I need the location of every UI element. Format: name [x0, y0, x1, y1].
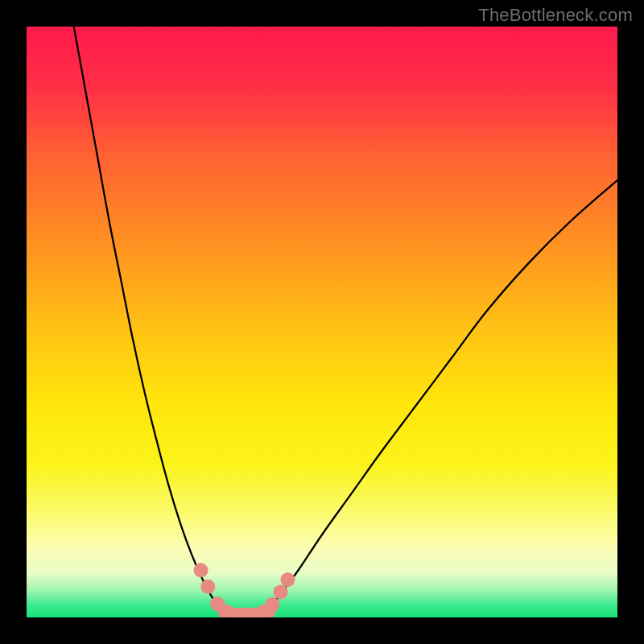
watermark-text: TheBottleneck.com	[478, 5, 633, 26]
plot-area	[27, 27, 617, 617]
curve-right-curve	[269, 180, 617, 612]
chart-frame: TheBottleneck.com	[0, 0, 644, 644]
data-marker	[194, 563, 208, 577]
data-marker	[265, 597, 279, 612]
curve-left-curve	[74, 27, 225, 612]
data-marker	[280, 572, 295, 587]
data-marker	[274, 584, 288, 599]
chart-svg	[27, 27, 617, 617]
data-marker	[200, 580, 215, 594]
